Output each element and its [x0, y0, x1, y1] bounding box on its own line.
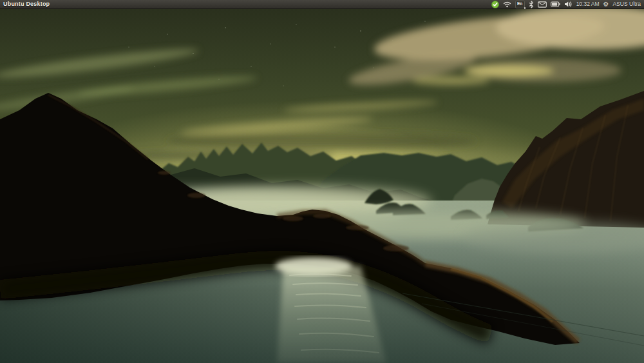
system-tray: En	[491, 0, 644, 8]
message-mail-icon[interactable]	[538, 0, 547, 8]
keyboard-layout-label: En	[517, 2, 522, 6]
active-app-label: Ubuntu Desktop	[3, 0, 50, 8]
top-panel: Ubuntu Desktop En	[0, 0, 644, 9]
update-notifier-icon[interactable]	[491, 0, 499, 8]
keyboard-layout-indicator[interactable]: En	[515, 1, 525, 8]
clock[interactable]: 10:32 AM	[576, 0, 600, 8]
check-badge-icon	[491, 1, 499, 8]
desktop[interactable]	[0, 8, 644, 363]
wifi-icon	[503, 1, 511, 8]
session-user-label[interactable]: ASUS Ultra	[613, 0, 641, 8]
volume-icon[interactable]	[564, 0, 573, 8]
keyboard-layout-tick	[524, 7, 526, 9]
battery-glyph-icon	[551, 1, 560, 7]
speaker-icon	[564, 1, 573, 8]
envelope-icon	[538, 1, 547, 8]
battery-icon[interactable]	[551, 0, 560, 8]
network-wifi-icon[interactable]	[503, 0, 511, 8]
ubuntu-desktop-screen: Ubuntu Desktop En	[0, 0, 644, 363]
bluetooth-glyph-icon	[529, 1, 534, 8]
wallpaper-image	[0, 8, 644, 363]
bluetooth-icon[interactable]	[529, 0, 534, 8]
session-gear-icon[interactable]: ⚙	[603, 0, 609, 8]
